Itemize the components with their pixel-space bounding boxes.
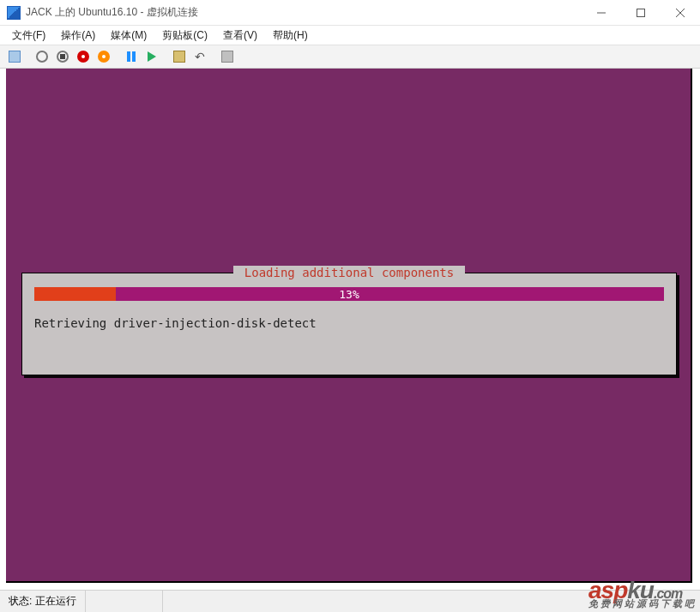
- svg-rect-1: [637, 9, 645, 16]
- window-controls: [582, 0, 700, 25]
- maximize-button[interactable]: [621, 0, 661, 25]
- menu-help[interactable]: 帮助(H): [266, 27, 315, 45]
- close-button[interactable]: [661, 0, 700, 25]
- menu-action[interactable]: 操作(A): [54, 27, 102, 45]
- start-button[interactable]: [33, 47, 51, 66]
- minimize-icon: [597, 9, 606, 17]
- minimize-button[interactable]: [582, 0, 621, 25]
- ctrlaltdel-button[interactable]: [5, 47, 24, 66]
- checkpoint-button[interactable]: [170, 47, 189, 66]
- maximize-icon: [637, 9, 645, 17]
- status-cell-empty: [163, 591, 700, 612]
- menu-clipboard[interactable]: 剪贴板(C): [155, 27, 214, 45]
- pause-icon: [127, 51, 136, 62]
- menu-file[interactable]: 文件(F): [5, 27, 52, 45]
- menu-view[interactable]: 查看(V): [216, 27, 264, 45]
- toolbar: ↶: [0, 45, 700, 69]
- ctrlaltdel-icon: [9, 51, 21, 63]
- enhanced-session-button[interactable]: [218, 47, 237, 66]
- stop-icon: [57, 51, 69, 63]
- menu-media[interactable]: 媒体(M): [104, 27, 154, 45]
- dialog-title: Loading additional components: [233, 266, 464, 279]
- statusbar: 状态: 正在运行: [0, 590, 700, 612]
- status-cell-empty: [86, 591, 163, 612]
- reset-button[interactable]: [142, 47, 161, 66]
- enhanced-session-icon: [221, 51, 233, 63]
- status-value: 正在运行: [35, 594, 76, 609]
- save-button[interactable]: [94, 47, 113, 66]
- pause-button[interactable]: [122, 47, 141, 66]
- save-icon: [98, 51, 110, 63]
- progress-label: 13%: [339, 288, 359, 301]
- dialog-title-row: Loading additional components: [22, 266, 676, 279]
- window-titlebar: JACK 上的 Ubuntu16.10 - 虚拟机连接: [0, 0, 700, 26]
- menubar: 文件(F) 操作(A) 媒体(M) 剪贴板(C) 查看(V) 帮助(H): [0, 26, 700, 45]
- shutdown-button[interactable]: [74, 47, 93, 66]
- revert-icon: ↶: [195, 50, 205, 63]
- vm-screen[interactable]: Loading additional components 13% Retrie…: [6, 69, 692, 583]
- status-label: 状态:: [9, 594, 32, 609]
- turnoff-button[interactable]: [53, 47, 72, 66]
- close-icon: [676, 9, 685, 17]
- dialog-body: 13% Retrieving driver-injection-disk-det…: [22, 273, 676, 339]
- checkpoint-icon: [173, 51, 185, 63]
- progress-bar: 13%: [34, 287, 664, 301]
- vm-display-area: Loading additional components 13% Retrie…: [0, 69, 700, 590]
- shutdown-icon: [77, 51, 89, 63]
- status-cell: 状态: 正在运行: [0, 591, 86, 612]
- dialog-title-line-right: [465, 273, 676, 273]
- installer-dialog: Loading additional components 13% Retrie…: [21, 273, 677, 375]
- window-title: JACK 上的 Ubuntu16.10 - 虚拟机连接: [26, 5, 582, 20]
- dialog-status-text: Retrieving driver-injection-disk-detect: [34, 316, 664, 330]
- app-icon: [7, 6, 21, 20]
- start-icon: [36, 51, 48, 63]
- progress-fill: [34, 287, 116, 301]
- play-icon: [148, 51, 156, 62]
- revert-button[interactable]: ↶: [190, 47, 209, 66]
- dialog-title-line-left: [22, 273, 233, 273]
